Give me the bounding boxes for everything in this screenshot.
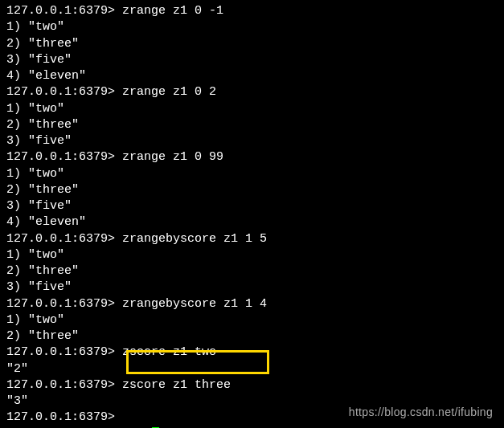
- output-text: 1) "two": [6, 248, 64, 262]
- output-text: "2": [6, 362, 28, 376]
- terminal-line: 127.0.0.1:6379> zrange z1 0 99: [6, 149, 498, 165]
- terminal-line: 2) "three": [6, 36, 498, 52]
- terminal-line: 1) "two": [6, 247, 498, 263]
- redis-prompt: 127.0.0.1:6379>: [6, 297, 115, 311]
- terminal-line: 2) "three": [6, 328, 498, 344]
- terminal-line: 1) "two": [6, 312, 498, 328]
- redis-prompt: 127.0.0.1:6379>: [6, 378, 115, 392]
- output-text: 3) "five": [6, 53, 72, 67]
- terminal-line: 1) "two": [6, 166, 498, 182]
- watermark-text: https://blog.csdn.net/ifubing: [349, 405, 493, 420]
- terminal-line: 3) "five": [6, 133, 498, 149]
- command-text: zrange z1 0 -1: [115, 4, 223, 18]
- output-text: 1) "two": [6, 20, 64, 34]
- output-text: 2) "three": [6, 183, 79, 197]
- output-text: 4) "eleven": [6, 215, 86, 229]
- output-text: 3) "five": [6, 199, 72, 213]
- terminal-line: 1) "two": [6, 101, 498, 117]
- output-text: 1) "two": [6, 102, 64, 116]
- redis-prompt: 127.0.0.1:6379>: [6, 4, 115, 18]
- terminal-line: 3) "five": [6, 279, 498, 296]
- command-text: zrange z1 0 99: [115, 150, 223, 164]
- terminal-line: 127.0.0.1:6379> zscore z1 three: [6, 377, 498, 393]
- command-text: zrange z1 0 2: [115, 85, 216, 99]
- terminal-line: 127.0.0.1:6379> zrangebyscore z1 1 5: [6, 231, 498, 247]
- terminal-line: "2": [6, 361, 498, 377]
- output-text: 2) "three": [6, 329, 79, 343]
- command-text: zrangebyscore z1 1 5: [115, 232, 267, 246]
- command-text: zscore z1 three: [115, 378, 231, 392]
- output-text: 1) "two": [6, 313, 64, 327]
- terminal-line: 127.0.0.1:6379> zrange z1 0 -1: [6, 3, 498, 19]
- output-text: 2) "three": [6, 264, 79, 278]
- output-text: 1) "two": [6, 167, 64, 181]
- redis-prompt: 127.0.0.1:6379>: [6, 410, 115, 424]
- redis-prompt: 127.0.0.1:6379>: [6, 85, 115, 99]
- terminal-line: 3) "five": [6, 52, 498, 68]
- terminal-line: 127.0.0.1:6379> zrange z1 0 2: [6, 84, 498, 100]
- output-text: 2) "three": [6, 37, 79, 51]
- redis-prompt: 127.0.0.1:6379>: [6, 232, 115, 246]
- terminal-line: 4) "eleven": [6, 214, 498, 230]
- terminal-line: 1) "two": [6, 19, 498, 35]
- output-text: 2) "three": [6, 118, 79, 132]
- terminal-line: 2) "three": [6, 117, 498, 133]
- terminal-line: 4) "eleven": [6, 68, 498, 84]
- terminal-output[interactable]: 127.0.0.1:6379> zrange z1 0 -11) "two"2)…: [6, 3, 498, 428]
- output-text: 4) "eleven": [6, 69, 86, 83]
- redis-prompt: 127.0.0.1:6379>: [6, 150, 115, 164]
- command-text: zrangebyscore z1 1 4: [115, 297, 267, 311]
- terminal-line: 3) "five": [6, 198, 498, 214]
- terminal-line: 2) "three": [6, 182, 498, 198]
- command-text: zscore z1 two: [115, 345, 216, 359]
- output-text: "3": [6, 394, 28, 408]
- output-text: 3) "five": [6, 134, 72, 148]
- terminal-line: 2) "three": [6, 263, 498, 279]
- terminal-line: 127.0.0.1:6379> zrangebyscore z1 1 4: [6, 296, 498, 312]
- redis-prompt: 127.0.0.1:6379>: [6, 345, 115, 359]
- terminal-line: 127.0.0.1:6379> zscore z1 two: [6, 344, 498, 361]
- output-text: 3) "five": [6, 280, 72, 294]
